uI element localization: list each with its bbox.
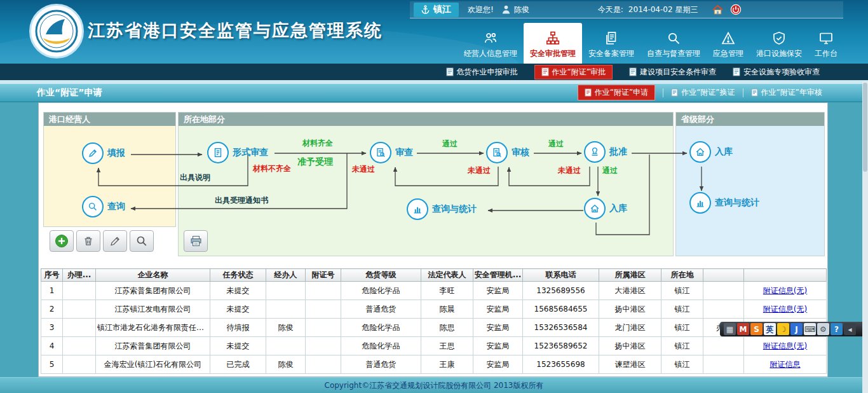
logout-power-icon[interactable] (730, 4, 742, 15)
table-cell (703, 355, 744, 374)
add-icon (55, 234, 69, 248)
column-header: 联系电话 (523, 269, 599, 282)
page-scrollbar[interactable] (862, 81, 868, 393)
edge-label-issue-explanation: 出具说明 (180, 172, 210, 183)
print-button[interactable] (184, 230, 208, 252)
search-button[interactable] (130, 230, 154, 252)
table-cell: 大港港区 (599, 282, 661, 300)
app-title: 江苏省港口安全监管与应急管理系统 (88, 19, 383, 42)
table-cell: 李旺 (421, 282, 473, 300)
permit-info-link[interactable]: 附证信息(无) (763, 286, 807, 295)
page-tabs: 作业“附证”申请 作业“附证”换证 作业“附证”年审核 (578, 85, 822, 100)
table-cell: 安监局 (473, 337, 523, 355)
table-cell: 江苏镇江发电有限公司 (96, 300, 210, 319)
tools-icon[interactable]: ⚙ (817, 323, 829, 335)
nav-item-workbench[interactable]: 工作台 (808, 27, 844, 64)
column-header: 法定代表人 (421, 269, 473, 282)
subnav-item-permit-approval[interactable]: 作业“附证”审批 (534, 65, 613, 79)
tab-label: 作业“附证”年审核 (761, 87, 822, 98)
document-icon (733, 67, 740, 76)
flow-node-query: 查询 (82, 196, 125, 217)
table-cell (306, 337, 341, 355)
search-icon (135, 235, 148, 247)
copyright-text: Copyright©江苏省交通规划设计院股份有限公司 2013版权所有 (325, 380, 544, 391)
english-mode-icon[interactable]: 英 (764, 323, 776, 335)
table-cell: 陈思 (421, 319, 473, 337)
account-strip: 镇江 欢迎您! 陈俊 今天是: 2014-04-02 星期三 (410, 1, 843, 18)
edit-button[interactable] (103, 230, 127, 252)
home-icon[interactable] (712, 4, 724, 15)
table-cell: 危险化学品 (341, 319, 421, 337)
nav-item-operator-info[interactable]: 经营人信息管理 (458, 27, 524, 64)
table-cell (266, 282, 306, 300)
moon-icon[interactable]: ☽ (777, 323, 789, 335)
panel-title: 省级部分 (676, 113, 824, 126)
table-cell: 1325689556 (523, 282, 599, 300)
nav-label: 应急管理 (713, 48, 743, 59)
tab-permit-apply[interactable]: 作业“附证”申请 (578, 85, 655, 100)
delete-button[interactable] (76, 230, 100, 252)
edge-label-materials-complete: 材料齐全 (302, 138, 333, 149)
nav-item-facility-security[interactable]: 港口设施保安 (750, 27, 808, 64)
footer: Copyright©江苏省交通规划设计院股份有限公司 2013版权所有 (0, 377, 868, 393)
tab-permit-renew[interactable]: 作业“附证”换证 (671, 87, 735, 98)
table-cell: 龙门港区 (599, 319, 661, 337)
column-header: 经办人 (266, 269, 306, 282)
permit-info-link[interactable]: 附证信息(无) (763, 305, 807, 314)
table-cell: 王思 (421, 337, 473, 355)
secondary-nav: 危货作业申报审批 作业“附证”审批 建设项目安全条件审查 安全设施专项验收审查 (0, 64, 868, 80)
ime-m-icon[interactable]: M (737, 323, 749, 335)
permit-info-link[interactable]: 附证信息 (770, 360, 801, 369)
column-header (703, 269, 744, 282)
subnav-item-facility-acceptance[interactable]: 安全设施专项验收审查 (733, 67, 820, 78)
language-bar[interactable]: ▦MS英☽J⌨⚙?◂ (720, 322, 868, 336)
table-cell: 附证信息(无) (744, 337, 827, 355)
subnav-item-construction-review[interactable]: 建设项目安全条件审查 (629, 67, 716, 78)
subnav-item-dangerous-goods-approval[interactable]: 危货作业申报审批 (446, 67, 518, 78)
nav-item-safety-approval[interactable]: 安全审批管理 (524, 23, 582, 64)
table-cell: 金海宏业(镇江)石化有限公司 (96, 355, 210, 374)
tab-label: 作业“附证”申请 (595, 87, 648, 98)
nav-item-safety-records[interactable]: 安全备案管理 (582, 27, 641, 64)
username[interactable]: 陈俊 (514, 4, 529, 15)
table-cell: 未提交 (210, 300, 266, 319)
nav-label: 工作台 (815, 48, 837, 59)
nav-item-emergency[interactable]: 应急管理 (707, 27, 750, 64)
table-cell: 危险化学品 (341, 337, 421, 355)
column-header: 企业名称 (96, 269, 210, 282)
table-cell: 15236589652 (523, 337, 599, 355)
table-cell: 1 (41, 282, 63, 300)
home-icon (584, 198, 606, 219)
add-button[interactable] (50, 230, 74, 252)
table-row[interactable]: 2江苏镇江发电有限公司未提交普通危货陈晨安监局15685684655扬中港区镇江… (41, 300, 827, 319)
sogou-ime-icon[interactable]: S (750, 323, 763, 335)
help-icon[interactable]: ? (831, 323, 843, 335)
drag-handle-icon[interactable]: ▦ (724, 323, 736, 335)
table-row[interactable]: 1江苏索普集团有限公司未提交危险化学品李旺安监局1325689556大港港区镇江… (41, 282, 827, 300)
table-cell: 陈俊 (266, 319, 306, 337)
table-cell: 镇江 (661, 300, 703, 319)
nav-label: 安全备案管理 (588, 48, 634, 59)
document-icon (541, 67, 549, 76)
nav-item-self-inspection[interactable]: 自查与督查管理 (641, 27, 707, 64)
soft-keyboard-icon[interactable]: ⌨ (804, 323, 816, 335)
operators-icon (483, 31, 498, 46)
tab-permit-annual-review[interactable]: 作业“附证”年审核 (751, 87, 822, 98)
doc-search-icon (370, 142, 391, 163)
table-row[interactable]: 5金海宏业(镇江)石化有限公司已完成陈俊普通危货王康安监局1523655698谏… (41, 355, 827, 374)
scrollbar-thumb[interactable] (863, 83, 867, 172)
table-cell: 危险化学品 (341, 282, 421, 300)
tab-separator (663, 88, 663, 97)
city-badge[interactable]: 镇江 (414, 3, 459, 17)
flow-node-archive-local: 入库 (584, 198, 627, 219)
logo (29, 4, 84, 59)
collapse-arrow-icon[interactable]: ◂ (844, 323, 856, 335)
table-row[interactable]: 4江苏索普集团有限公司未提交危险化学品王思安监局15236589652扬中港区镇… (41, 337, 827, 355)
table-row[interactable]: 3镇江市港龙石化港务有限责任公...待填报陈俊危险化学品陈思安监局1532653… (41, 319, 827, 337)
edge-label-approve-failed: 未通过 (558, 165, 581, 176)
ime-j-icon[interactable]: J (790, 323, 803, 335)
permit-info-link[interactable]: 附证信息(无) (763, 341, 807, 350)
table-cell (266, 337, 306, 355)
table-cell (703, 282, 744, 300)
edge-label-review-passed: 通过 (442, 139, 458, 149)
